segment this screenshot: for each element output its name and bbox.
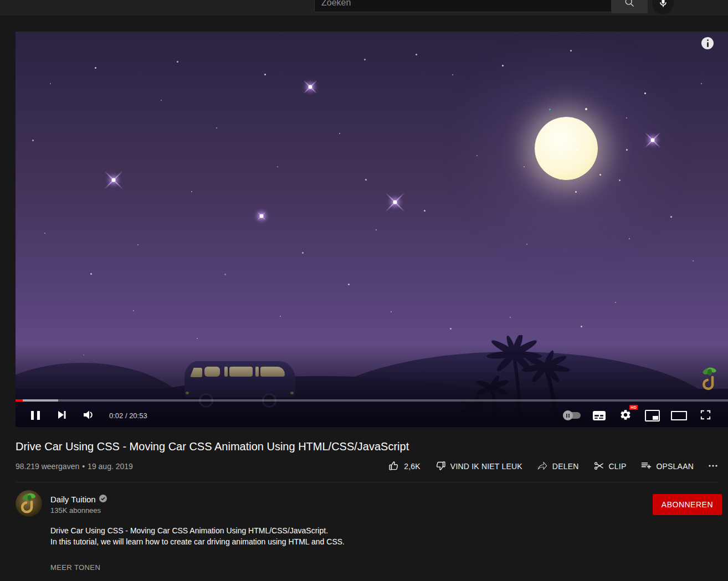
star bbox=[216, 127, 217, 128]
star bbox=[599, 174, 601, 176]
star bbox=[365, 179, 367, 181]
star bbox=[615, 302, 616, 303]
info-icon bbox=[707, 42, 709, 47]
star bbox=[302, 252, 304, 254]
microphone-icon bbox=[658, 0, 669, 11]
mic-button[interactable] bbox=[652, 0, 674, 14]
star bbox=[416, 54, 417, 55]
video-player[interactable]: 0:02 / 20:53 HD bbox=[16, 32, 728, 427]
volume-button[interactable] bbox=[80, 407, 97, 424]
star bbox=[626, 149, 628, 151]
star bbox=[264, 74, 266, 75]
star bbox=[670, 216, 672, 218]
star bbox=[177, 61, 178, 63]
description-line: Drive Car Using CSS - Moving Car CSS Ani… bbox=[50, 525, 471, 536]
clip-button[interactable]: CLIP bbox=[593, 460, 627, 473]
sparkle-star bbox=[255, 210, 268, 222]
progress-played bbox=[16, 399, 23, 402]
sparkle-star bbox=[301, 78, 320, 96]
settings-button[interactable]: HD bbox=[617, 407, 634, 424]
more-icon bbox=[708, 461, 718, 472]
channel-avatar[interactable] bbox=[16, 490, 42, 517]
star bbox=[424, 210, 425, 212]
star bbox=[693, 260, 694, 261]
action-buttons: 2,6K VIND IK NIET LEUK DELEN bbox=[388, 460, 718, 473]
star bbox=[161, 100, 162, 101]
star bbox=[44, 233, 45, 234]
playlist-add-icon bbox=[640, 460, 652, 473]
star bbox=[339, 133, 340, 134]
star bbox=[364, 59, 366, 60]
channel-watermark[interactable] bbox=[700, 365, 719, 396]
next-button[interactable] bbox=[54, 407, 70, 424]
autoplay-toggle-icon bbox=[564, 412, 581, 419]
progress-bar[interactable] bbox=[16, 399, 728, 402]
progress-track bbox=[16, 399, 728, 402]
show-more-button[interactable]: MEER TONEN bbox=[50, 563, 100, 572]
subtitles-button[interactable] bbox=[591, 407, 607, 424]
star bbox=[476, 155, 478, 156]
upload-date: 19 aug. 2019 bbox=[88, 462, 133, 471]
description-line: In this tutorial, we will learn how to c… bbox=[50, 536, 471, 547]
video-title: Drive Car Using CSS - Moving Car CSS Ani… bbox=[16, 440, 570, 453]
star bbox=[502, 65, 504, 66]
pause-icon bbox=[31, 411, 40, 420]
search-box bbox=[314, 0, 612, 12]
video-description: Drive Car Using CSS - Moving Car CSS Ani… bbox=[50, 525, 471, 547]
star bbox=[133, 310, 134, 311]
theater-mode-button[interactable] bbox=[670, 407, 687, 424]
star bbox=[575, 191, 577, 193]
search-icon bbox=[624, 0, 635, 10]
info-button[interactable] bbox=[701, 37, 714, 49]
star bbox=[191, 191, 192, 192]
fullscreen-button[interactable] bbox=[697, 407, 714, 424]
star bbox=[280, 316, 281, 317]
star bbox=[277, 166, 278, 167]
star bbox=[701, 83, 702, 84]
star bbox=[644, 92, 646, 94]
pause-button[interactable] bbox=[27, 407, 44, 424]
subscribe-button[interactable]: ABONNEREN bbox=[653, 494, 722, 515]
star bbox=[581, 326, 582, 327]
stats-separator: • bbox=[82, 462, 85, 471]
theater-mode-icon bbox=[671, 411, 687, 420]
star bbox=[224, 274, 226, 275]
video-stats: 98.219 weergaven • 19 aug. 2019 bbox=[16, 462, 133, 471]
channel-name-text: Daily Tuition bbox=[50, 495, 96, 504]
search-button[interactable] bbox=[612, 0, 648, 13]
star bbox=[90, 273, 92, 275]
sparkle-star bbox=[642, 129, 664, 151]
share-button[interactable]: DELEN bbox=[537, 460, 579, 473]
star bbox=[450, 328, 452, 330]
channel-name[interactable]: Daily Tuition bbox=[50, 495, 107, 504]
sparkle-star bbox=[101, 167, 126, 193]
verified-badge-icon bbox=[99, 495, 107, 504]
star bbox=[137, 244, 139, 245]
sparkle-star bbox=[382, 189, 408, 215]
save-button[interactable]: OPSLAAN bbox=[640, 460, 694, 473]
star bbox=[50, 83, 51, 84]
gear-icon bbox=[619, 409, 632, 423]
section-divider bbox=[16, 482, 718, 482]
search-input[interactable] bbox=[315, 0, 618, 12]
more-actions-button[interactable] bbox=[708, 461, 718, 472]
dislike-button[interactable]: VIND IK NIET LEUK bbox=[435, 460, 522, 473]
next-icon bbox=[58, 410, 66, 421]
dislike-label: VIND IK NIET LEUK bbox=[450, 462, 522, 471]
clip-label: CLIP bbox=[609, 462, 627, 471]
star bbox=[197, 338, 198, 339]
save-label: OPSLAAN bbox=[656, 462, 694, 471]
thumbs-up-icon bbox=[388, 460, 399, 473]
miniplayer-button[interactable] bbox=[644, 407, 660, 424]
star bbox=[626, 117, 627, 119]
masthead bbox=[0, 0, 728, 16]
share-icon bbox=[537, 460, 548, 473]
star bbox=[549, 109, 551, 110]
star bbox=[570, 50, 572, 52]
star bbox=[629, 238, 630, 239]
star bbox=[452, 74, 453, 75]
autoplay-toggle[interactable] bbox=[564, 407, 581, 424]
subtitles-icon bbox=[593, 411, 606, 420]
like-count: 2,6K bbox=[404, 462, 421, 471]
like-button[interactable]: 2,6K bbox=[388, 460, 421, 473]
